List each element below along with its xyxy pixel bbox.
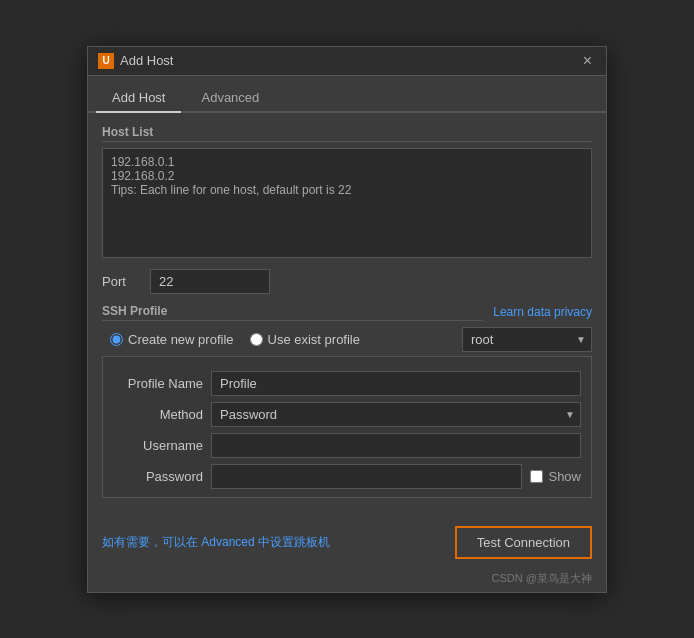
dialog-footer: 如有需要，可以在 Advanced 中设置跳板机 Test Connection <box>88 518 606 569</box>
ssh-profile-header: SSH Profile Learn data privacy <box>102 304 592 321</box>
show-password-label[interactable]: Show <box>530 469 581 484</box>
watermark: CSDN @菜鸟是大神 <box>88 569 606 592</box>
profile-form: Profile Name Method Password Key ▼ Usern… <box>102 356 592 498</box>
use-exist-radio[interactable] <box>250 333 263 346</box>
use-exist-label: Use exist profile <box>268 332 360 347</box>
dialog-title: Add Host <box>120 53 173 68</box>
method-row: Method Password Key ▼ <box>113 402 581 427</box>
method-select-wrapper: Password Key ▼ <box>211 402 581 427</box>
username-input[interactable] <box>211 433 581 458</box>
app-icon: U <box>98 53 114 69</box>
learn-privacy-link[interactable]: Learn data privacy <box>493 305 592 319</box>
footer-hint[interactable]: 如有需要，可以在 Advanced 中设置跳板机 <box>102 534 330 551</box>
show-password-checkbox[interactable] <box>530 470 543 483</box>
exist-profile-select[interactable]: root <box>462 327 592 352</box>
port-input[interactable] <box>150 269 270 294</box>
create-new-radio[interactable] <box>110 333 123 346</box>
password-label: Password <box>113 469 203 484</box>
port-label: Port <box>102 274 142 289</box>
ssh-profile-label: SSH Profile <box>102 304 483 321</box>
host-list-label: Host List <box>102 125 592 142</box>
create-new-profile-option[interactable]: Create new profile <box>110 332 234 347</box>
title-bar: U Add Host × <box>88 47 606 76</box>
add-host-dialog: U Add Host × Add Host Advanced Host List… <box>87 46 607 593</box>
username-row: Username <box>113 433 581 458</box>
profile-type-row: Create new profile Use exist profile roo… <box>102 327 592 352</box>
exist-profile-wrapper: root ▼ <box>462 327 592 352</box>
host-list-input[interactable]: 192.168.0.1 192.168.0.2 Tips: Each line … <box>102 148 592 258</box>
method-label: Method <box>113 407 203 422</box>
profile-name-row: Profile Name <box>113 371 581 396</box>
password-row: Password Show <box>113 464 581 489</box>
username-label: Username <box>113 438 203 453</box>
port-row: Port <box>102 269 592 294</box>
tab-advanced[interactable]: Advanced <box>185 84 275 113</box>
test-connection-button[interactable]: Test Connection <box>455 526 592 559</box>
dialog-content: Host List 192.168.0.1 192.168.0.2 Tips: … <box>88 113 606 512</box>
tab-bar: Add Host Advanced <box>88 76 606 113</box>
use-exist-profile-option[interactable]: Use exist profile <box>250 332 360 347</box>
method-select[interactable]: Password Key <box>211 402 581 427</box>
create-new-label: Create new profile <box>128 332 234 347</box>
title-bar-left: U Add Host <box>98 53 173 69</box>
show-label: Show <box>548 469 581 484</box>
profile-name-label: Profile Name <box>113 376 203 391</box>
tab-add-host[interactable]: Add Host <box>96 84 181 113</box>
password-input[interactable] <box>211 464 522 489</box>
profile-name-input[interactable] <box>211 371 581 396</box>
close-button[interactable]: × <box>579 53 596 69</box>
